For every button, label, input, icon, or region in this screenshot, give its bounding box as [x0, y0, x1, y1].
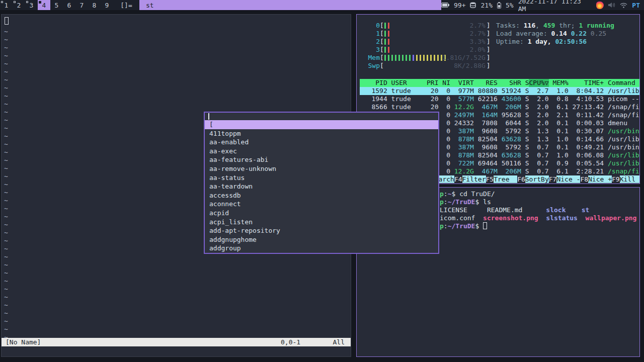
process-cell: 1592 [360, 87, 387, 95]
process-cell: S [521, 127, 529, 135]
dmenu-item[interactable]: aa-exec [205, 147, 438, 156]
column-header-pri[interactable]: PRI [427, 79, 438, 87]
process-cell: S [521, 111, 529, 119]
fkey-f8[interactable]: F8Nice + [580, 175, 612, 184]
column-header-virt[interactable]: VIRT [450, 79, 474, 87]
process-cell: /snap/fir [604, 167, 640, 175]
meter-bar [437, 55, 439, 61]
system-status: 99+ 21% 5% 2022-11-17 11:23 AM PT [441, 0, 644, 10]
meter-bars [384, 55, 446, 61]
dmenu-item[interactable]: aa-teardown [205, 182, 438, 191]
dmenu-item[interactable]: add-apt-repository [205, 226, 438, 235]
process-cell: 0:00.03 [569, 119, 604, 127]
vim-tilde: ~ [4, 28, 8, 36]
dmenu-item[interactable]: addgnupghome [205, 235, 438, 244]
process-cell: 43600 [498, 95, 521, 103]
dmenu-item[interactable]: 411toppm [205, 129, 438, 138]
process-row[interactable]: 1944trude200577M6221643600S2.00.84:10.53… [360, 95, 639, 103]
fkey-f9[interactable]: F9Kill [612, 175, 640, 184]
workspace-tag-7[interactable]: 7 [75, 0, 88, 10]
meter-bar [434, 55, 435, 61]
fkey-f6[interactable]: F6SortBy [517, 175, 549, 184]
process-cell: 50116 [498, 159, 521, 167]
info-segment: running [583, 22, 614, 29]
process-row[interactable]: 8566trude20012.2G467M206MS2.06.127:13.42… [360, 103, 639, 111]
process-row[interactable]: 1592trude200977M8088051924S2.71.08:04.12… [360, 87, 639, 95]
column-header-time[interactable]: TIME+ [569, 79, 604, 87]
fkey-number: F8 [580, 175, 588, 183]
dmenu-item[interactable]: [ [205, 120, 438, 129]
dmenu-item[interactable]: aa-features-abi [205, 155, 438, 164]
process-cell: 0 [439, 119, 450, 127]
dmenu-item[interactable]: aa-enabled [205, 138, 438, 147]
column-header-user[interactable]: USER [387, 79, 427, 87]
workspace-tag-2[interactable]: 2 [13, 0, 25, 10]
vim-tilde: ~ [4, 52, 8, 60]
process-cell: 6.1 [549, 167, 569, 175]
column-header-cpu[interactable]: CPU%▽ [529, 79, 548, 87]
terminal-segment: : [444, 198, 448, 206]
column-header-s[interactable]: S [521, 79, 529, 87]
keyboard-layout-indicator[interactable]: PT [632, 2, 640, 9]
process-cell: 82504 [474, 135, 498, 143]
process-cell: 12.2G [450, 103, 474, 111]
info-segment: Tasks: [496, 22, 524, 29]
terminal-line: p:~$ cd TruDE/ [440, 190, 495, 198]
meter-bar [384, 55, 386, 61]
dmenu-item[interactable]: aconnect [205, 200, 438, 209]
column-header-res[interactable]: RES [474, 79, 498, 87]
column-header-ni[interactable]: NI [439, 79, 450, 87]
workspace-tag-5[interactable]: 5 [50, 0, 63, 10]
process-cell: 95628 [498, 111, 521, 119]
process-cell: 63628 [498, 151, 521, 159]
meter-value: 8K/2.88G [454, 62, 486, 70]
vim-tilde: ~ [4, 124, 8, 132]
process-cell: 0.7 [529, 167, 548, 175]
column-header-mem[interactable]: MEM% [549, 79, 569, 87]
meter-bar [427, 55, 428, 61]
column-header-shr[interactable]: SHR [498, 79, 521, 87]
vim-tilde: ~ [4, 325, 8, 333]
workspace-tag-9[interactable]: 9 [101, 0, 113, 10]
workspace-tag-6[interactable]: 6 [63, 0, 75, 10]
tag-label: 1 [5, 2, 9, 9]
meter-2: 2[3.3%] [361, 38, 491, 46]
process-cell: 5792 [498, 127, 521, 135]
fkey-action: Kill [620, 175, 640, 183]
workspace-tag-1[interactable]: 1 [0, 0, 13, 10]
vim-tilde: ~ [4, 293, 8, 301]
vim-tilde: ~ [4, 285, 8, 293]
dmenu-input[interactable] [205, 113, 438, 120]
wifi-icon[interactable] [620, 3, 627, 8]
dmenu-item[interactable]: acpi_listen [205, 218, 438, 227]
fkey-f5[interactable]: F5Tree [486, 175, 518, 184]
htop-table-header[interactable]: PIDUSERPRINIVIRTRESSHRSCPU%▽MEM%TIME+Com… [360, 79, 639, 87]
meter-close-bracket: ] [487, 54, 491, 62]
fkey-f4[interactable]: F4Filter [454, 175, 486, 184]
terminal-segment: README.md [487, 206, 546, 214]
dmenu-item[interactable]: addgroup [205, 244, 438, 253]
meter-bar [384, 23, 386, 29]
fkey-f7[interactable]: F7Nice - [549, 175, 581, 184]
process-cell: 0 [439, 159, 450, 167]
process-cell: 1944 [360, 95, 387, 103]
process-cell: 0 [439, 87, 450, 95]
column-header-pid[interactable]: PID [360, 79, 387, 87]
vim-tilde: ~ [4, 132, 8, 140]
dmenu-item[interactable]: aa-remove-unknown [205, 164, 438, 173]
workspace-tag-3[interactable]: 3 [25, 0, 38, 10]
workspace-tag-8[interactable]: 8 [88, 0, 101, 10]
vim-tilde: ~ [4, 301, 8, 309]
dmenu-item[interactable]: aa-status [205, 173, 438, 183]
meter-bar [384, 31, 386, 37]
firefox-tray-icon[interactable] [596, 2, 604, 9]
column-header-command[interactable]: Command [604, 79, 635, 87]
dmenu-item[interactable]: accessdb [205, 191, 438, 200]
process-cell: 0 [439, 127, 450, 135]
workspace-tag-4[interactable]: 4 [38, 0, 50, 10]
process-cell: S [521, 119, 529, 127]
layout-symbol[interactable]: []= [113, 0, 139, 10]
tag-label: 8 [93, 2, 97, 9]
volume-icon[interactable] [608, 2, 615, 8]
dmenu-item[interactable]: acpid [205, 209, 438, 218]
